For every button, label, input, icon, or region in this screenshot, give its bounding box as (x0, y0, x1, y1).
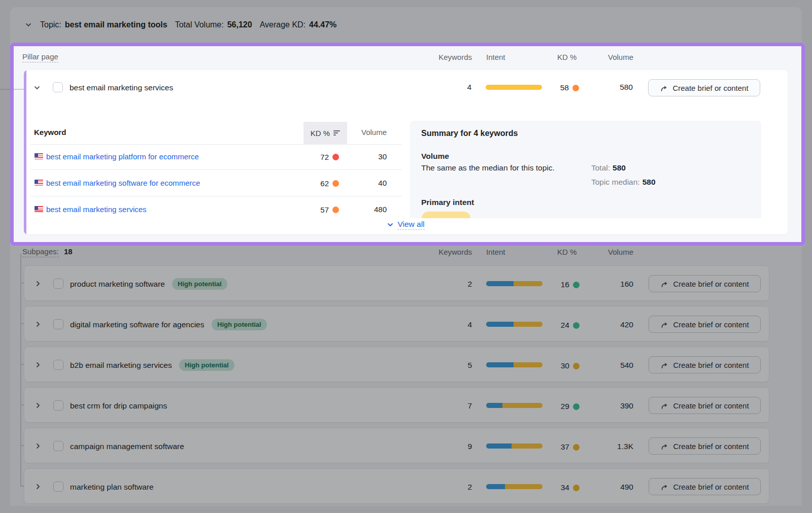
subpage-row[interactable]: product marketing software High potentia… (24, 265, 769, 301)
pillar-page-label[interactable]: Pillar page (22, 52, 58, 62)
divider (30, 144, 402, 145)
column-header-volume: Volume (588, 53, 633, 61)
summary-intent-heading: Primary intent (421, 198, 474, 207)
kd-dot-icon (573, 485, 580, 491)
average-kd-label: Average KD: (260, 20, 306, 29)
summary-total-label: Total: (591, 163, 610, 172)
keyword-link[interactable]: best email marketing software for ecomme… (46, 179, 200, 187)
tree-connector-stub (20, 404, 24, 405)
subpage-row[interactable]: marketing plan software 2 34 490 Create … (24, 468, 769, 504)
tree-connector (0, 89, 24, 90)
subpage-volume: 420 (588, 320, 633, 329)
kd-dot-icon (572, 85, 579, 91)
high-potential-badge: High potential (179, 359, 234, 371)
create-brief-label: Create brief or content (673, 361, 749, 369)
subpage-volume: 390 (588, 401, 633, 411)
column-header-keywords: Keywords (426, 53, 472, 61)
subpage-kd-value: 24 (552, 321, 569, 330)
subpage-checkbox[interactable] (53, 441, 63, 451)
redirect-arrow-icon (660, 280, 668, 288)
intent-bar-blue-segment (486, 403, 502, 408)
subpage-keywords-count: 2 (426, 280, 472, 289)
chevron-right-icon[interactable] (34, 483, 42, 491)
topic-label: Topic: (40, 20, 61, 29)
create-brief-button[interactable]: Create brief or content (649, 316, 761, 333)
pillar-kd: 58 (552, 83, 579, 92)
subpage-checkbox[interactable] (53, 279, 63, 289)
pillar-checkbox[interactable] (53, 82, 63, 92)
us-flag-icon (35, 153, 43, 159)
subpage-row[interactable]: campaign management software 9 37 1.3K C… (24, 428, 769, 463)
keyword-kd: 62 (304, 179, 339, 188)
chevron-right-icon[interactable] (34, 280, 42, 288)
keyword-volume: 30 (350, 152, 387, 161)
intent-bar-blue-segment (486, 362, 514, 367)
subpages-label[interactable]: Subpages: 18 (22, 247, 73, 256)
subpage-keywords-count: 7 (426, 401, 472, 411)
chevron-down-icon[interactable] (24, 21, 32, 29)
high-potential-badge: High potential (212, 319, 267, 330)
summary-panel: Summary for 4 keywords Volume The same a… (410, 121, 761, 234)
view-all-link[interactable]: View all (387, 220, 424, 230)
create-brief-label: Create brief or content (673, 483, 749, 491)
subpage-kd-value: 37 (552, 442, 569, 452)
redirect-arrow-icon (660, 84, 668, 92)
pillar-intent-bar (486, 85, 542, 90)
subpage-checkbox[interactable] (53, 482, 63, 492)
create-brief-button[interactable]: Create brief or content (649, 397, 761, 414)
chevron-down-icon[interactable] (33, 84, 41, 92)
keyword-kd: 72 (304, 153, 339, 161)
tree-connector (20, 254, 21, 486)
average-kd-value: 44.47% (309, 20, 336, 29)
summary-volume-note: The same as the median for this topic. (421, 163, 555, 173)
divider (30, 169, 402, 170)
pillar-row-card: best email marketing services 4 58 580 C… (24, 70, 788, 234)
kd-sort-header[interactable]: KD % (303, 122, 347, 144)
pillar-volume: 580 (587, 83, 633, 92)
create-brief-label: Create brief or content (672, 84, 748, 92)
column-header-kd: KD % (557, 53, 577, 61)
chevron-right-icon[interactable] (34, 442, 42, 450)
subpage-kd: 37 (552, 442, 580, 452)
create-brief-button[interactable]: Create brief or content (648, 79, 760, 96)
subpages-label-text: Subpages: (22, 247, 59, 257)
summary-total-value: 580 (613, 163, 626, 172)
topic-header: Topic: best email marketing tools Total … (24, 20, 336, 29)
volume-table-header: Volume (350, 128, 387, 136)
subpage-title: product marketing software (70, 280, 165, 289)
create-brief-label: Create brief or content (673, 320, 749, 329)
subpages-count: 18 (64, 247, 73, 256)
redirect-arrow-icon (660, 442, 668, 450)
column-header-intent: Intent (486, 53, 505, 61)
subpage-row[interactable]: digital marketing software for agencies … (24, 306, 769, 341)
subpage-checkbox[interactable] (53, 319, 63, 329)
chevron-right-icon[interactable] (34, 320, 42, 328)
topic-value: best email marketing tools (65, 20, 167, 29)
chevron-down-icon (387, 221, 394, 228)
create-brief-button[interactable]: Create brief or content (649, 275, 761, 292)
subpage-keywords-count: 2 (426, 483, 472, 492)
intent-bar-blue-segment (486, 281, 514, 286)
us-flag-icon (35, 180, 43, 186)
subpage-row[interactable]: b2b email marketing services High potent… (24, 347, 769, 382)
subpage-row[interactable]: best crm for drip campaigns 7 29 390 Cre… (24, 387, 769, 423)
subpage-kd: 34 (552, 483, 580, 492)
tree-connector-stub (20, 323, 24, 324)
chevron-right-icon[interactable] (34, 401, 42, 409)
us-flag-icon (35, 206, 43, 212)
subpage-checkbox[interactable] (53, 400, 63, 411)
chevron-right-icon[interactable] (34, 361, 42, 369)
create-brief-button[interactable]: Create brief or content (649, 478, 761, 495)
redirect-arrow-icon (660, 321, 668, 328)
view-all-label: View all (397, 220, 424, 230)
kd-dot-icon (573, 282, 580, 288)
create-brief-button[interactable]: Create brief or content (649, 437, 761, 455)
keyword-link[interactable]: best email marketing services (46, 205, 147, 214)
keyword-link[interactable]: best email marketing platform for ecomme… (46, 152, 199, 161)
high-potential-badge: High potential (172, 278, 227, 290)
subpage-checkbox[interactable] (53, 360, 63, 370)
create-brief-button[interactable]: Create brief or content (649, 356, 761, 373)
subpage-title: marketing plan software (70, 483, 154, 492)
keyword-strategy-builder-screen: Topic: best email marketing tools Total … (0, 0, 812, 513)
summary-volume-heading: Volume (421, 152, 449, 161)
